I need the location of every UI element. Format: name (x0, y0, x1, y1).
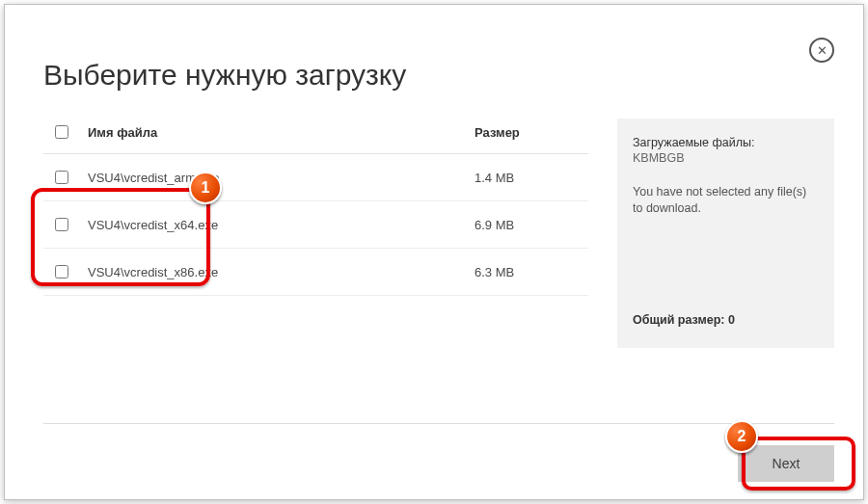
filename-cell: VSU4\vcredist_x64.exe (80, 201, 467, 249)
close-icon: ✕ (817, 43, 827, 58)
header-checkbox-cell (43, 119, 80, 154)
columns: Имя файла Размер VSU4\vcredist_arm.exe 1… (43, 119, 834, 348)
row-checkbox[interactable] (55, 265, 68, 279)
page-title: Выберите нужную загрузку (43, 59, 834, 92)
summary-panel: Загружаемые файлы: KBMBGB You have not s… (617, 119, 834, 348)
size-cell: 1.4 MB (467, 154, 588, 201)
file-table: Имя файла Размер VSU4\vcredist_arm.exe 1… (43, 119, 588, 296)
size-cell: 6.9 MB (467, 201, 588, 249)
next-button[interactable]: Next (738, 445, 834, 482)
row-checkbox[interactable] (55, 171, 68, 184)
header-size: Размер (467, 119, 588, 154)
dialog-content: Выберите нужную загрузку Имя файла Разме… (43, 59, 834, 480)
select-all-checkbox[interactable] (55, 125, 68, 139)
footer-divider (43, 423, 834, 424)
row-checkbox[interactable] (55, 218, 68, 231)
summary-message: You have not selected any file(s) to dow… (633, 184, 819, 217)
filename-cell: VSU4\vcredist_arm.exe (80, 154, 467, 201)
table-row[interactable]: VSU4\vcredist_arm.exe 1.4 MB (43, 154, 588, 201)
summary-sub: KBMBGB (633, 151, 819, 165)
file-list-column: Имя файла Размер VSU4\vcredist_arm.exe 1… (43, 119, 588, 348)
size-cell: 6.3 MB (467, 249, 588, 296)
summary-column: Загружаемые файлы: KBMBGB You have not s… (617, 119, 834, 348)
table-row[interactable]: VSU4\vcredist_x64.exe 6.9 MB (43, 201, 588, 249)
summary-total: Общий размер: 0 (633, 298, 819, 327)
summary-title: Загружаемые файлы: (633, 136, 819, 149)
footer: Next (738, 445, 834, 482)
dialog-window: ✕ Выберите нужную загрузку Имя файла Раз… (4, 4, 864, 500)
filename-cell: VSU4\vcredist_x86.exe (80, 249, 467, 296)
table-header-row: Имя файла Размер (43, 119, 588, 154)
table-row[interactable]: VSU4\vcredist_x86.exe 6.3 MB (43, 249, 588, 296)
header-filename: Имя файла (80, 119, 467, 154)
